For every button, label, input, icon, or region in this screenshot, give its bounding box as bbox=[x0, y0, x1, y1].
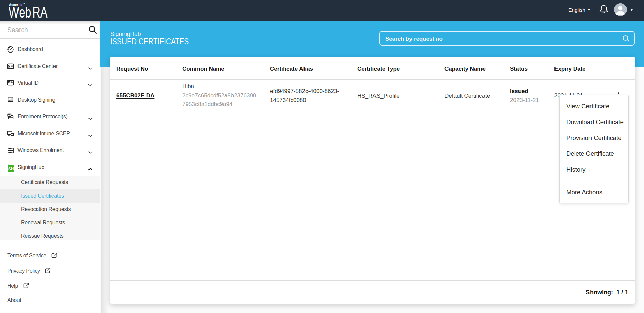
svg-text:SH: SH bbox=[8, 167, 14, 171]
